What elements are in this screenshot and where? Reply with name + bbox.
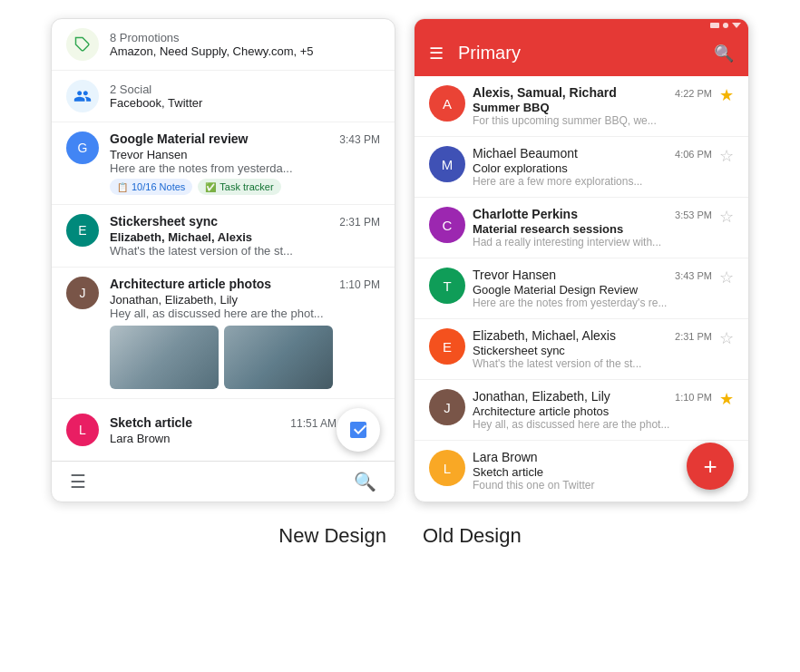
old-preview-elizabeth: What's the latest version of the st... [473, 357, 712, 370]
old-avatar-charlotte: C [429, 207, 465, 243]
email-row-sketch-new[interactable]: L Sketch article 11:51 AM Lara Brown [52, 399, 395, 461]
star-trevor[interactable]: ☆ [719, 268, 734, 287]
subject-sticker: Elizabeth, Michael, Alexis [110, 230, 380, 244]
old-subject-lara: Sketch article [473, 465, 712, 479]
old-email-row-alexis[interactable]: A Alexis, Samual, Richard 4:22 PM Summer… [415, 76, 748, 137]
old-email-body-jonathan: Jonathan, Elizabeth, Lily 1:10 PM Archit… [465, 389, 719, 431]
menu-icon-new[interactable]: ☰ [70, 471, 86, 492]
old-sender-alexis: Alexis, Samual, Richard [473, 85, 617, 100]
comparison-container: 8 Promotions Amazon, Need Supply, Chewy.… [18, 18, 782, 502]
star-elizabeth[interactable]: ☆ [719, 328, 734, 348]
chip-tasks-label: Task tracker [220, 181, 273, 192]
social-text: 2 Social Facebook, Twitter [110, 83, 202, 110]
email-body-sticker: Stickersheet sync 2:31 PM Elizabeth, Mic… [110, 214, 380, 258]
old-time-michael: 4:06 PM [675, 149, 712, 160]
chip-notes[interactable]: 📋 10/16 Notes [110, 179, 192, 195]
old-subject-elizabeth: Stickersheet sync [473, 344, 712, 357]
promotions-senders: Amazon, Need Supply, Chewy.com, +5 [110, 44, 314, 58]
old-preview-lara: Found this one on Twitter [473, 479, 712, 492]
sender-sketch-new: Sketch article [110, 415, 192, 430]
avatar-sticker: E [66, 214, 99, 247]
old-email-row-michael[interactable]: M Michael Beaumont 4:06 PM Color explora… [415, 137, 748, 198]
email-row-sticker[interactable]: E Stickersheet sync 2:31 PM Elizabeth, M… [52, 205, 395, 268]
time-sticker: 2:31 PM [339, 216, 380, 229]
battery-icon [732, 23, 741, 28]
old-avatar-elizabeth: E [429, 328, 465, 365]
old-avatar-alexis: A [429, 85, 465, 122]
old-email-body-charlotte: Charlotte Perkins 3:53 PM Material resea… [465, 207, 719, 248]
thumb-building1 [110, 326, 219, 389]
old-email-row-jonathan[interactable]: J Jonathan, Elizabeth, Lily 1:10 PM Arch… [415, 380, 748, 441]
promotions-icon [66, 28, 99, 61]
old-time-elizabeth: 2:31 PM [675, 331, 712, 342]
search-icon-old[interactable]: 🔍 [714, 44, 734, 63]
architecture-thumbnails [110, 326, 380, 389]
email-row-architecture[interactable]: J Architecture article photos 1:10 PM Jo… [52, 268, 395, 399]
avatar-sketch-new: L [66, 414, 99, 446]
star-alexis[interactable]: ★ [719, 85, 734, 105]
promotions-row[interactable]: 8 Promotions Amazon, Need Supply, Chewy.… [52, 19, 395, 71]
subject-material: Trevor Hansen [110, 148, 380, 161]
old-email-body-elizabeth: Elizabeth, Michael, Alexis 2:31 PM Stick… [465, 328, 719, 370]
avatar-architecture: J [66, 277, 99, 309]
sender-material: Google Material review [110, 131, 249, 146]
old-email-row-elizabeth[interactable]: E Elizabeth, Michael, Alexis 2:31 PM Sti… [415, 319, 748, 380]
labels-row: New Design Old Design [278, 524, 521, 548]
star-jonathan[interactable]: ★ [719, 389, 734, 409]
star-charlotte[interactable]: ☆ [719, 207, 734, 227]
social-count: 2 Social [110, 83, 202, 96]
email-body-material: Google Material review 3:43 PM Trevor Ha… [110, 131, 380, 195]
old-design-label: Old Design [423, 524, 522, 548]
old-time-alexis: 4:22 PM [675, 88, 712, 99]
old-preview-jonathan: Hey all, as discussed here are the phot.… [473, 418, 712, 431]
old-sender-trevor: Trevor Hansen [473, 268, 556, 282]
fab-old-button[interactable]: + [687, 443, 734, 490]
old-avatar-michael: M [429, 146, 465, 182]
star-michael[interactable]: ☆ [719, 146, 734, 166]
old-email-row-charlotte[interactable]: C Charlotte Perkins 3:53 PM Material res… [415, 198, 748, 258]
old-sender-lara: Lara Brown [473, 450, 538, 464]
old-sender-elizabeth: Elizabeth, Michael, Alexis [473, 328, 616, 343]
fab-new-container [337, 408, 380, 452]
sender-sticker: Stickersheet sync [110, 214, 218, 229]
menu-icon-old[interactable]: ☰ [429, 44, 444, 63]
old-subject-jonathan: Architecture article photos [473, 404, 712, 418]
promotions-text: 8 Promotions Amazon, Need Supply, Chewy.… [110, 31, 314, 58]
social-senders: Facebook, Twitter [110, 96, 202, 110]
old-avatar-jonathan: J [429, 389, 465, 425]
preview-sticker: What's the latest version of the st... [110, 244, 380, 258]
old-email-body-lara: Lara Brown Sketch article Found this one… [465, 450, 719, 492]
old-header: ☰ Primary 🔍 [415, 30, 748, 76]
tasks-chip-icon: ✅ [205, 182, 216, 192]
subject-sketch-new: Lara Brown [110, 432, 337, 445]
old-email-body-alexis: Alexis, Samual, Richard 4:22 PM Summer B… [465, 85, 719, 127]
thumb-building2 [224, 326, 333, 389]
email-body-sketch-new: Sketch article 11:51 AM Lara Brown [110, 415, 337, 445]
new-design-phone: 8 Promotions Amazon, Need Supply, Chewy.… [51, 18, 395, 502]
time-sketch-new: 11:51 AM [290, 417, 337, 430]
old-email-row-trevor[interactable]: T Trevor Hansen 3:43 PM Google Material … [415, 258, 748, 319]
old-subject-trevor: Google Material Design Review [473, 283, 712, 297]
chip-tasks[interactable]: ✅ Task tracker [198, 179, 280, 195]
email-body-architecture: Architecture article photos 1:10 PM Jona… [110, 277, 380, 389]
fab-new-button[interactable] [337, 408, 380, 452]
chip-notes-label: 10/16 Notes [132, 181, 185, 192]
old-sender-jonathan: Jonathan, Elizabeth, Lily [473, 389, 610, 404]
signal-icon [710, 23, 719, 28]
new-design-content: 8 Promotions Amazon, Need Supply, Chewy.… [52, 19, 395, 502]
avatar-material: G [66, 131, 99, 164]
old-time-trevor: 3:43 PM [675, 270, 712, 281]
old-subject-michael: Color explorations [473, 161, 712, 175]
old-header-left: ☰ Primary [429, 43, 521, 63]
time-architecture: 1:10 PM [339, 278, 380, 291]
old-time-charlotte: 3:53 PM [675, 209, 712, 220]
old-subject-charlotte: Material research sessions [473, 222, 712, 236]
old-content: A Alexis, Samual, Richard 4:22 PM Summer… [415, 76, 748, 501]
old-preview-michael: Here are a few more explorations... [473, 175, 712, 188]
old-avatar-trevor: T [429, 268, 465, 304]
social-row[interactable]: 2 Social Facebook, Twitter [52, 71, 395, 122]
search-icon-new[interactable]: 🔍 [354, 471, 376, 492]
old-subject-alexis: Summer BBQ [473, 101, 712, 114]
email-row-material[interactable]: G Google Material review 3:43 PM Trevor … [52, 122, 395, 205]
old-preview-charlotte: Had a really interesting interview with.… [473, 236, 712, 248]
